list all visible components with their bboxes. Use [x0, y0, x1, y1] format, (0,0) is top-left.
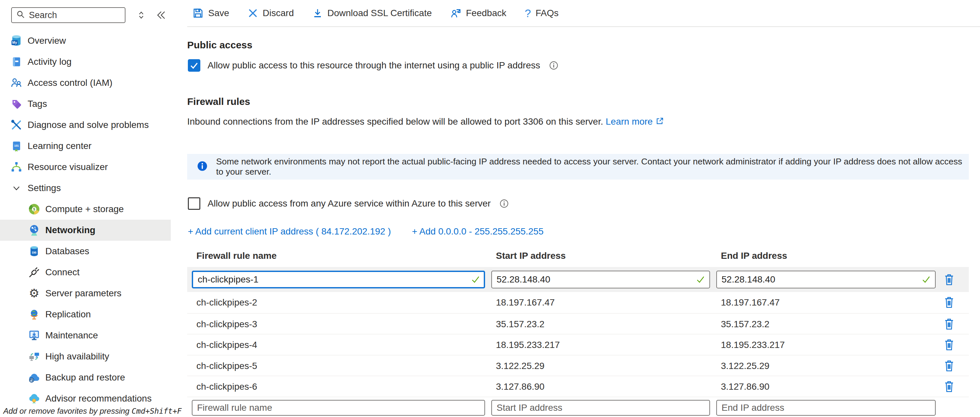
- rule-name-cell: ch-clickpipes-6: [196, 382, 257, 392]
- delete-rule-button[interactable]: [942, 336, 956, 353]
- end-ip-cell: 18.197.167.47: [721, 297, 780, 308]
- start-ip-input-wrap: [491, 271, 710, 288]
- sidebar-item-databases[interactable]: DB Databases: [0, 241, 171, 262]
- diagnose-tools-icon: [10, 118, 23, 131]
- databases-cylinder-icon: DB: [28, 244, 41, 258]
- public-access-heading: Public access: [187, 40, 252, 51]
- sidebar-item-learning-center[interactable]: 101 Learning center: [0, 136, 171, 157]
- sidebar-item-label: High availability: [45, 351, 109, 362]
- header-end-ip: End IP address: [721, 251, 787, 261]
- learning-center-book-icon: 101: [10, 139, 23, 153]
- sidebar-search[interactable]: [11, 7, 126, 23]
- sidebar-item-networking[interactable]: Networking: [0, 220, 171, 241]
- public-access-checkbox[interactable]: [188, 59, 200, 72]
- sidebar-item-replication[interactable]: Replication: [0, 304, 171, 325]
- sidebar-item-label: Databases: [45, 246, 89, 257]
- delete-rule-button[interactable]: [942, 378, 956, 395]
- end-ip-cell: 35.157.23.2: [721, 319, 770, 329]
- download-ssl-certificate-button[interactable]: Download SSL Certificate: [312, 8, 432, 18]
- azure-access-checkbox-label: Allow public access from any Azure servi…: [208, 198, 491, 209]
- sidebar-item-server-parameters[interactable]: ⚙ Server parameters: [0, 283, 171, 304]
- trash-icon: [943, 338, 955, 351]
- sidebar-item-label: Server parameters: [45, 288, 121, 299]
- table-row[interactable]: ch-clickpipes-5 3.122.25.29 3.122.25.29: [187, 355, 969, 376]
- advisor-cloud-medal-icon: [28, 392, 41, 405]
- start-ip-cell: 18.195.233.217: [496, 340, 560, 350]
- svg-text:My: My: [12, 41, 17, 45]
- sidebar-item-high-availability[interactable]: High availability: [0, 346, 171, 367]
- networking-globe-icon: [28, 224, 41, 237]
- save-label: Save: [208, 8, 229, 18]
- backup-cloud-icon: [28, 371, 41, 384]
- end-ip-input[interactable]: [716, 271, 935, 288]
- firewall-rule-edit-row: [187, 267, 969, 292]
- header-start-ip: Start IP address: [496, 251, 566, 261]
- sidebar-item-connect[interactable]: Connect: [0, 262, 171, 283]
- discard-button[interactable]: Discard: [248, 8, 294, 18]
- start-ip-cell: 3.127.86.90: [496, 382, 544, 392]
- table-row[interactable]: ch-clickpipes-6 3.127.86.90 3.127.86.90: [187, 375, 969, 396]
- add-all-range-link[interactable]: + Add 0.0.0.0 - 255.255.255.255: [412, 226, 544, 237]
- trash-icon: [943, 295, 955, 309]
- sidebar-item-maintenance[interactable]: Maintenance: [0, 325, 171, 346]
- search-input[interactable]: [29, 10, 118, 21]
- sidebar-item-diagnose[interactable]: Diagnose and solve problems: [0, 115, 171, 136]
- trash-icon: [943, 317, 955, 331]
- collapse-menu-icon[interactable]: [153, 7, 169, 23]
- delete-rule-button[interactable]: [942, 271, 956, 288]
- sidebar-item-advisor-recommendations[interactable]: Advisor recommendations: [0, 388, 171, 409]
- sidebar-item-overview[interactable]: My Overview: [0, 30, 171, 51]
- new-rule-name-input[interactable]: [192, 400, 485, 416]
- feedback-button[interactable]: Feedback: [450, 8, 506, 19]
- rule-name-cell: ch-clickpipes-4: [196, 340, 257, 350]
- new-end-ip-input[interactable]: [716, 400, 935, 416]
- sidebar-group-settings[interactable]: Settings: [0, 177, 171, 199]
- delete-rule-button[interactable]: [942, 294, 956, 310]
- azure-access-checkbox[interactable]: [188, 197, 200, 210]
- save-icon: [192, 8, 204, 19]
- sidebar-item-access-control[interactable]: Access control (IAM): [0, 72, 171, 93]
- end-ip-input-wrap: [716, 271, 935, 288]
- start-ip-input[interactable]: [491, 271, 710, 288]
- expand-collapse-all-icon[interactable]: [133, 7, 149, 23]
- sidebar-item-compute-storage[interactable]: $ Compute + storage: [0, 199, 171, 220]
- trash-icon: [943, 380, 955, 393]
- tag-icon: [10, 97, 23, 110]
- search-icon: [16, 10, 25, 21]
- sidebar-item-tags[interactable]: Tags: [0, 93, 171, 115]
- feedback-icon: [450, 8, 461, 19]
- start-ip-cell: 3.122.25.29: [496, 361, 544, 371]
- sidebar-item-label: Resource visualizer: [28, 162, 108, 173]
- sidebar-item-backup-restore[interactable]: Backup and restore: [0, 367, 171, 388]
- discard-x-icon: [248, 8, 258, 18]
- add-client-ip-link[interactable]: + Add current client IP address ( 84.172…: [188, 226, 391, 237]
- new-start-ip-input[interactable]: [491, 400, 710, 416]
- add-ip-links-row: + Add current client IP address ( 84.172…: [188, 226, 544, 237]
- table-row[interactable]: ch-clickpipes-4 18.195.233.217 18.195.23…: [187, 334, 969, 355]
- maintenance-monitor-icon: [28, 329, 41, 342]
- sidebar-item-resource-visualizer[interactable]: Resource visualizer: [0, 157, 171, 177]
- download-label: Download SSL Certificate: [328, 8, 432, 18]
- start-ip-cell: 18.197.167.47: [496, 297, 555, 308]
- table-row[interactable]: ch-clickpipes-3 35.157.23.2 35.157.23.2: [187, 313, 969, 334]
- delete-rule-button[interactable]: [942, 358, 956, 374]
- info-filled-icon: [196, 160, 208, 173]
- sidebar-item-label: Access control (IAM): [28, 78, 112, 88]
- save-button[interactable]: Save: [192, 8, 229, 19]
- networking-pane: Public access Allow public access to thi…: [187, 26, 980, 417]
- info-tooltip-icon[interactable]: [549, 61, 558, 70]
- end-ip-cell: 3.122.25.29: [721, 361, 770, 371]
- activity-log-icon: [10, 55, 23, 69]
- learn-more-link[interactable]: Learn more: [606, 117, 652, 126]
- sidebar-item-label: Maintenance: [45, 330, 98, 341]
- info-tooltip-icon[interactable]: [499, 199, 509, 209]
- delete-rule-button[interactable]: [942, 316, 956, 332]
- faqs-button[interactable]: ? FAQs: [525, 7, 558, 20]
- rule-name-input[interactable]: [192, 271, 485, 288]
- header-firewall-rule-name: Firewall rule name: [196, 251, 277, 261]
- firewall-rules-heading: Firewall rules: [187, 96, 250, 107]
- table-row[interactable]: ch-clickpipes-2 18.197.167.47 18.197.167…: [187, 292, 969, 313]
- sidebar-item-label: Compute + storage: [45, 204, 124, 214]
- shortcut-keys: Cmd+Shift+F: [132, 407, 181, 415]
- sidebar-item-activity-log[interactable]: Activity log: [0, 51, 171, 72]
